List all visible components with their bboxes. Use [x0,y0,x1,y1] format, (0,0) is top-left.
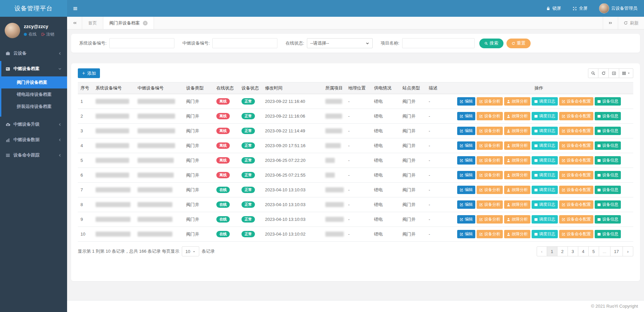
refresh-tab-button[interactable]: 刷新 [618,17,644,29]
logout-button[interactable]: 注销 [41,32,54,37]
close-tab-icon[interactable] [143,21,148,25]
device-analysis-button[interactable]: 设备分析 [477,97,503,106]
online-status-select[interactable]: --请选择-- [307,38,373,48]
reset-button[interactable]: 重置 [506,39,531,48]
fault-analysis-button[interactable]: 故障分析 [504,112,530,120]
sidebar-subitem[interactable]: 阀门井设备档案 [1,76,67,88]
table-refresh-button[interactable] [598,68,609,78]
page-button[interactable]: 2 [557,246,568,256]
device-analysis-button[interactable]: 设备分析 [477,171,503,179]
sidebar-item-zr-device-archive[interactable]: 中燃设备档案 [1,61,67,76]
tab-首页[interactable]: 首页 [82,17,103,29]
device-analysis-button[interactable]: 设备分析 [477,200,503,209]
device-info-button[interactable]: 设备信息 [595,156,621,165]
sidebar-item-zr-device-data[interactable]: 中燃设备数据 [0,132,67,147]
device-info-button[interactable]: 设备信息 [595,186,621,194]
device-command-config-button[interactable]: 设备命令配置 [559,156,593,165]
device-analysis-button[interactable]: 设备分析 [477,127,503,135]
page-button[interactable]: 1 [547,246,557,256]
sidebar-item-device-command-track[interactable]: 设备命令跟踪 [0,147,67,163]
edit-button[interactable]: 编辑 [457,97,475,106]
device-command-config-button[interactable]: 设备命令配置 [559,186,593,194]
system-device-no-input[interactable] [109,38,174,48]
device-command-config-button[interactable]: 设备命令配置 [559,171,593,179]
dispatch-log-button[interactable]: 调度日志 [532,230,558,238]
device-info-button[interactable]: 设备信息 [595,171,621,179]
device-info-button[interactable]: 设备信息 [595,127,621,135]
dispatch-log-button[interactable]: 调度日志 [532,171,558,179]
menu-toggle-button[interactable] [67,0,84,17]
tab-阀门井设备档案[interactable]: 阀门井设备档案 [103,17,154,29]
device-analysis-button[interactable]: 设备分析 [477,215,503,224]
page-button[interactable]: 17 [610,246,623,256]
device-analysis-button[interactable]: 设备分析 [477,230,503,238]
edit-button[interactable]: 编辑 [457,171,475,179]
fault-analysis-button[interactable]: 故障分析 [504,141,530,150]
add-button[interactable]: 添加 [78,68,100,78]
device-analysis-button[interactable]: 设备分析 [477,112,503,120]
device-command-config-button[interactable]: 设备命令配置 [559,230,593,238]
edit-button[interactable]: 编辑 [457,215,475,224]
device-command-config-button[interactable]: 设备命令配置 [559,141,593,150]
page-button[interactable]: 3 [568,246,578,256]
sidebar-item-cloud-device[interactable]: 云设备 [0,46,67,61]
chevron-left-icon [58,52,62,55]
device-analysis-button[interactable]: 设备分析 [477,156,503,165]
device-command-config-button[interactable]: 设备命令配置 [559,200,593,209]
edit-button[interactable]: 编辑 [457,141,475,150]
fault-analysis-button[interactable]: 故障分析 [504,156,530,165]
dispatch-log-button[interactable]: 调度日志 [532,215,558,224]
sidebar-subitem[interactable]: 锂电远传设备档案 [1,88,67,101]
dispatch-log-button[interactable]: 调度日志 [532,200,558,209]
next-page-button[interactable]: › [623,246,633,256]
device-analysis-button[interactable]: 设备分析 [477,141,503,150]
device-info-button[interactable]: 设备信息 [595,200,621,209]
page-button[interactable]: 5 [589,246,599,256]
fullscreen-button[interactable]: 全屏 [573,5,588,11]
lock-screen-button[interactable]: 锁屏 [546,5,561,11]
edit-button[interactable]: 编辑 [457,127,475,135]
sidebar-item-zr-device-upgrade[interactable]: 中燃设备升级 [0,117,67,132]
edit-button[interactable]: 编辑 [457,156,475,165]
fault-analysis-button[interactable]: 故障分析 [504,97,530,106]
fault-analysis-button[interactable]: 故障分析 [504,200,530,209]
page-size-dropdown[interactable]: 10 [182,246,199,256]
dispatch-log-button[interactable]: 调度日志 [532,97,558,106]
zr-device-no-input[interactable] [212,38,277,48]
fault-analysis-button[interactable]: 故障分析 [504,230,530,238]
tabs-scroll-right-button[interactable] [603,17,618,29]
device-command-config-button[interactable]: 设备命令配置 [559,97,593,106]
project-name-input[interactable] [402,38,475,48]
device-info-button[interactable]: 设备信息 [595,215,621,224]
toggle-view-button[interactable] [609,68,619,78]
edit-button[interactable]: 编辑 [457,186,475,194]
search-button[interactable]: 搜索 [479,39,503,48]
columns-button[interactable] [619,68,633,78]
device-analysis-button[interactable]: 设备分析 [477,186,503,194]
online-status-badge: 离线 [216,128,230,134]
table-search-button[interactable] [588,68,598,78]
dispatch-log-button[interactable]: 调度日志 [532,141,558,150]
device-info-button[interactable]: 设备信息 [595,141,621,150]
fault-analysis-button[interactable]: 故障分析 [504,186,530,194]
edit-button[interactable]: 编辑 [457,112,475,120]
dispatch-log-button[interactable]: 调度日志 [532,112,558,120]
dispatch-log-button[interactable]: 调度日志 [532,156,558,165]
device-command-config-button[interactable]: 设备命令配置 [559,215,593,224]
edit-button[interactable]: 编辑 [457,200,475,209]
device-info-button[interactable]: 设备信息 [595,230,621,238]
device-info-button[interactable]: 设备信息 [595,97,621,106]
device-command-config-button[interactable]: 设备命令配置 [559,112,593,120]
fault-analysis-button[interactable]: 故障分析 [504,215,530,224]
device-command-config-button[interactable]: 设备命令配置 [559,127,593,135]
tabs-scroll-left-button[interactable] [67,17,82,29]
admin-menu[interactable]: 云设备管理员 [599,3,637,13]
dispatch-log-button[interactable]: 调度日志 [532,186,558,194]
fault-analysis-button[interactable]: 故障分析 [504,127,530,135]
edit-button[interactable]: 编辑 [457,230,475,238]
fault-analysis-button[interactable]: 故障分析 [504,171,530,179]
page-button[interactable]: 4 [578,246,589,256]
dispatch-log-button[interactable]: 调度日志 [532,127,558,135]
device-info-button[interactable]: 设备信息 [595,112,621,120]
sidebar-subitem[interactable]: 拼装远传设备档案 [1,101,67,113]
